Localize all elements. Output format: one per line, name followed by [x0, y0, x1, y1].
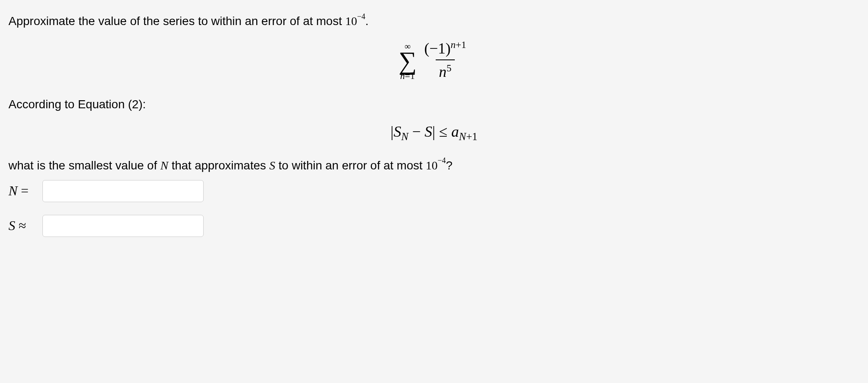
equation-ref-text: According to Equation (2): [8, 98, 146, 111]
intro-line: Approximate the value of the series to w… [8, 13, 860, 29]
period: . [365, 14, 369, 28]
series-display: ∞ ∑ n=1 (−1)n+1 n5 [8, 38, 860, 83]
error-base-2: 10 [426, 159, 438, 172]
error-base: 10 [345, 14, 357, 28]
problem-content: Approximate the value of the series to w… [8, 13, 860, 237]
sum-upper: ∞ [404, 40, 410, 52]
qmark: ? [446, 159, 453, 172]
s-input-row: S ≈ [8, 215, 860, 237]
intro-text: Approximate the value of the series to w… [8, 14, 345, 28]
s-label: S ≈ [8, 216, 38, 235]
question-text-3: to within an error of at most [275, 159, 426, 172]
denominator: n5 [436, 59, 455, 83]
error-exp-2: −4 [438, 156, 446, 165]
var-N: N [160, 159, 168, 172]
inequality-display: |SN − S| ≤ aN+1 [8, 121, 860, 144]
n-input[interactable] [42, 180, 204, 202]
series-fraction: (−1)n+1 n5 [421, 38, 470, 83]
n-input-row: N = [8, 180, 860, 202]
var-S: S [269, 159, 275, 172]
question-text-2: that approximates [168, 159, 269, 172]
sum-lower: n=1 [400, 70, 414, 83]
question-line: what is the smallest value of N that app… [8, 157, 860, 174]
summation-symbol: ∞ ∑ n=1 [398, 48, 417, 73]
numerator: (−1)n+1 [421, 38, 470, 59]
s-input[interactable] [42, 215, 204, 237]
error-exp: −4 [357, 12, 365, 21]
question-text-1: what is the smallest value of [8, 159, 160, 172]
n-label: N = [8, 181, 38, 200]
equation-ref-line: According to Equation (2): [8, 96, 860, 113]
